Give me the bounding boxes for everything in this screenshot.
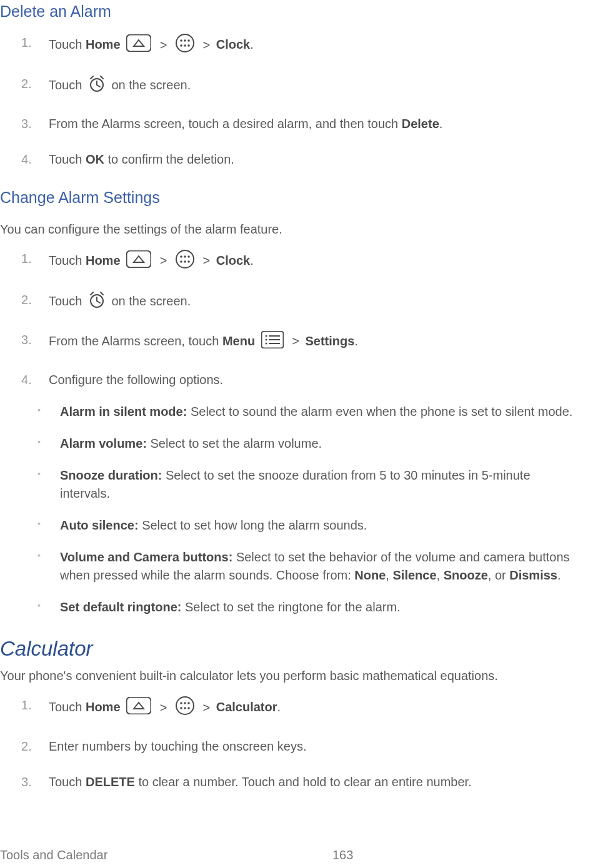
footer-section-name: Tools and Calendar	[0, 846, 107, 864]
label-calculator: Calculator	[216, 701, 277, 714]
calculator-steps: Touch Home > > Calculator. Enter numbers…	[0, 696, 578, 791]
delete-alarm-steps: Touch Home > > Clock. Touch on the scree…	[0, 34, 578, 169]
option-title: Set default ringtone:	[60, 600, 181, 614]
text: Touch	[49, 254, 86, 267]
svg-rect-9	[127, 250, 151, 267]
svg-point-15	[184, 260, 186, 263]
svg-point-2	[180, 39, 182, 42]
chevron-text: >	[202, 254, 210, 267]
option-title: Auto silence:	[60, 518, 139, 532]
text: to confirm the deletion.	[104, 152, 234, 166]
svg-point-30	[180, 708, 182, 710]
option-title: Volume and Camera buttons:	[60, 550, 232, 564]
text: to clear a number. Touch and hold to cle…	[135, 775, 472, 789]
svg-rect-22	[269, 339, 280, 340]
label-none: None	[354, 568, 386, 582]
text: From the Alarms screen, touch	[49, 334, 222, 348]
apps-icon	[176, 696, 194, 720]
change-settings-steps: Touch Home > > Clock. Touch on the scree…	[0, 250, 578, 616]
text: Enter numbers by touching the onscreen k…	[49, 739, 306, 753]
list-item: Configure the following options. Alarm i…	[21, 371, 578, 616]
label-ok: OK	[86, 152, 104, 166]
chevron-text: >	[160, 38, 167, 52]
chevron-text: >	[160, 701, 167, 714]
text: Touch	[49, 152, 86, 166]
svg-point-27	[180, 703, 182, 705]
svg-point-31	[184, 708, 186, 710]
list-item: Touch DELETE to clear a number. Touch an…	[21, 773, 578, 791]
text: .	[439, 117, 443, 131]
section-heading-calculator: Calculator	[0, 634, 578, 664]
svg-point-13	[187, 255, 190, 258]
label-clock: Clock	[216, 38, 250, 52]
text: Touch	[49, 79, 86, 92]
list-item: Alarm in silent mode: Select to sound th…	[37, 403, 578, 421]
menu-icon	[261, 331, 284, 353]
apps-icon	[176, 34, 194, 57]
text: .	[250, 38, 254, 52]
option-title: Alarm in silent mode:	[60, 405, 187, 418]
list-item: Enter numbers by touching the onscreen k…	[21, 737, 578, 756]
label-home: Home	[86, 701, 121, 714]
text: Select to set how long the alarm sounds.	[139, 518, 367, 532]
svg-point-23	[265, 342, 267, 344]
text: , or	[488, 568, 509, 582]
svg-point-6	[184, 44, 186, 47]
label-clock: Clock	[216, 254, 250, 267]
text: on the screen.	[112, 294, 191, 308]
list-item: Touch OK to confirm the deletion.	[21, 150, 578, 169]
text: Configure the following options.	[49, 373, 223, 387]
text: .	[277, 701, 281, 714]
svg-point-21	[265, 338, 267, 340]
change-settings-intro: You can configure the settings of the al…	[0, 220, 578, 239]
svg-point-28	[184, 703, 186, 705]
svg-point-32	[187, 708, 190, 710]
page-footer: Tools and Calendar 163	[0, 846, 608, 868]
svg-rect-24	[269, 343, 280, 344]
svg-rect-0	[127, 35, 151, 52]
text: Touch	[49, 294, 86, 308]
chevron-text: >	[202, 701, 210, 714]
svg-point-4	[187, 39, 190, 42]
list-item: From the Alarms screen, touch Menu > Set…	[21, 331, 578, 353]
list-item: Snooze duration: Select to set the snooz…	[37, 466, 578, 503]
list-item: Touch on the screen.	[21, 75, 578, 97]
label-delete-key: DELETE	[86, 775, 135, 789]
home-icon	[126, 697, 151, 719]
svg-point-10	[176, 250, 194, 268]
svg-point-14	[180, 260, 182, 263]
list-item: Touch Home > > Clock.	[21, 34, 578, 57]
home-icon	[126, 34, 151, 57]
chevron-text: >	[160, 254, 167, 267]
chevron-text: >	[292, 334, 299, 348]
label-home: Home	[86, 254, 121, 267]
svg-point-1	[176, 34, 194, 52]
label-home: Home	[86, 38, 121, 52]
svg-point-12	[184, 255, 186, 258]
option-title: Snooze duration:	[60, 468, 162, 482]
section-heading-change-settings: Change Alarm Settings	[0, 186, 578, 209]
text: From the Alarms screen, touch a desired …	[49, 117, 402, 131]
text: Select to sound the alarm even when the …	[187, 405, 572, 418]
list-item: Touch Home > > Calculator.	[21, 696, 578, 720]
label-delete: Delete	[402, 117, 439, 131]
list-item: From the Alarms screen, touch a desired …	[21, 115, 578, 133]
label-menu: Menu	[222, 334, 255, 348]
list-item: Alarm volume: Select to set the alarm vo…	[37, 435, 578, 453]
label-silence: Silence	[392, 568, 436, 582]
option-title: Alarm volume:	[60, 436, 147, 450]
calculator-intro: Your phone's convenient built-in calcula…	[0, 667, 578, 685]
list-item: Volume and Camera buttons: Select to set…	[37, 548, 578, 584]
svg-rect-25	[127, 698, 151, 714]
text: Select to set the ringtone for the alarm…	[181, 600, 400, 614]
text: Touch	[49, 38, 86, 52]
svg-point-16	[187, 260, 190, 263]
text: ,	[437, 568, 444, 582]
svg-point-29	[187, 703, 190, 705]
svg-point-3	[184, 39, 186, 42]
label-dismiss: Dismiss	[509, 568, 557, 582]
text: on the screen.	[112, 79, 191, 92]
list-item: Touch on the screen.	[21, 291, 578, 313]
text: Select to set the alarm volume.	[147, 436, 322, 450]
svg-point-5	[180, 44, 182, 47]
